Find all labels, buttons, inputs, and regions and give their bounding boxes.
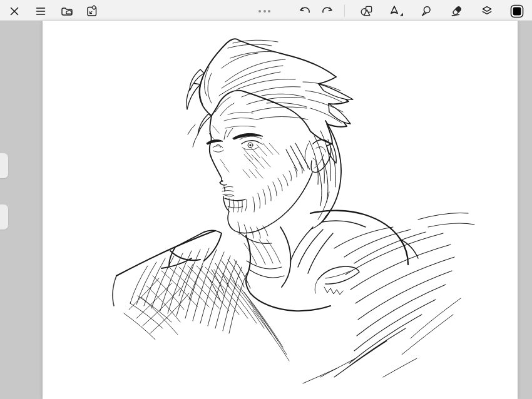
folder-cloud-icon	[60, 4, 74, 18]
gallery-button[interactable]	[60, 4, 74, 18]
eraser-icon	[449, 4, 463, 18]
shapes-icon	[360, 4, 374, 18]
ellipsis-icon	[263, 10, 266, 13]
ellipsis-icon	[258, 10, 261, 13]
undo-icon	[298, 4, 312, 18]
smudge-tool-button[interactable]	[419, 4, 432, 18]
pencil-tip-icon	[387, 4, 404, 18]
menu-button[interactable]	[34, 4, 48, 18]
close-icon	[8, 4, 21, 18]
portrait-sketch-artwork	[43, 21, 518, 399]
ellipsis-icon	[268, 10, 270, 13]
layers-button[interactable]	[480, 4, 494, 18]
smudge-icon	[419, 4, 432, 18]
top-toolbar	[0, 0, 532, 21]
close-button[interactable]	[8, 4, 21, 18]
drawing-canvas[interactable]	[43, 21, 518, 399]
toolbar-divider	[344, 4, 345, 17]
drawer-tab-upper[interactable]	[0, 153, 8, 178]
shapes-tool-button[interactable]	[360, 4, 374, 18]
redo-icon	[320, 4, 334, 18]
active-color-button[interactable]	[510, 4, 524, 18]
eraser-tool-button[interactable]	[449, 4, 463, 18]
undo-button[interactable]	[298, 4, 312, 18]
drawer-tab-lower[interactable]	[0, 205, 8, 230]
menu-icon	[34, 4, 48, 18]
drawing-app-window: { "window": { "width": 850, "height": 63…	[0, 0, 532, 399]
redo-button[interactable]	[320, 4, 334, 18]
submenu-indicator	[400, 13, 403, 16]
page-diamond-icon	[85, 4, 99, 18]
layers-icon	[480, 4, 494, 18]
brush-tool-button[interactable]	[387, 4, 404, 18]
new-canvas-button[interactable]	[85, 4, 99, 18]
color-swatch	[510, 4, 524, 18]
more-options-button[interactable]	[258, 10, 270, 13]
